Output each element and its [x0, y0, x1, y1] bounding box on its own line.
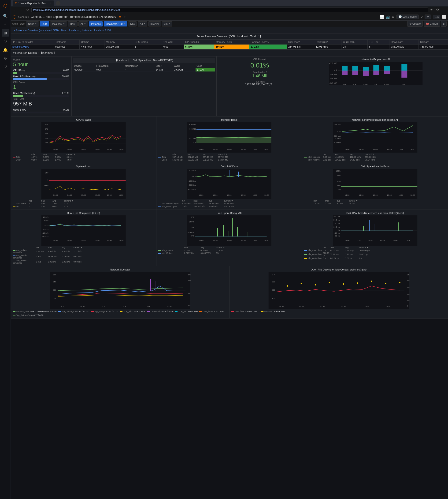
extensions-icon[interactable]: ⚙ [435, 8, 440, 12]
menu-button[interactable]: ≡ [441, 21, 447, 27]
time-io-title: Time Spent Doing I/Os [158, 212, 300, 215]
back-button[interactable]: ← [12, 8, 17, 12]
svg-text:0%: 0% [191, 235, 194, 237]
svg-point-188 [301, 283, 302, 284]
disk-rw-time-title: Disk R/W Time(Reference: less than 100ms… [304, 212, 446, 215]
time-io-chart: 2% 1.50% 1% 0.500% 0% 14:00 14:30 15:00 … [158, 216, 300, 246]
upload-cell: 786.00 kb/s [419, 45, 448, 49]
svg-text:6%: 6% [45, 128, 48, 130]
host-btn[interactable]: Host [68, 21, 78, 27]
col-tcp-tw: TCP_tw [368, 40, 389, 45]
svg-rect-11 [384, 66, 390, 70]
svg-text:16:00: 16:00 [364, 305, 369, 308]
refresh-display[interactable]: ↻ [425, 15, 431, 19]
dashboards-icon[interactable]: ⊞ [2, 29, 9, 36]
svg-text:15:30: 15:30 [387, 149, 392, 151]
github-button[interactable]: 🐙 GitHub [424, 21, 440, 27]
disk-iops-panel: Disk IOps Completed (IOPS) 10 io/s 5 io/… [11, 210, 157, 266]
new-dashboard-icon[interactable]: + [2, 21, 9, 28]
avail-cell: 19.2 GiB [173, 68, 196, 72]
svg-text:800: 800 [272, 289, 275, 291]
svg-text:16:00: 16:00 [107, 194, 112, 196]
menu-icon[interactable]: ⋮ [441, 8, 447, 12]
shield-icon[interactable]: 🛡 [2, 63, 9, 70]
svg-text:16:00: 16:00 [107, 240, 112, 242]
host-value-btn[interactable]: All▼ [79, 21, 88, 27]
svg-text:800: 800 [407, 280, 410, 282]
col-disk-read: Disk read* [287, 40, 314, 45]
disk-rw-legend: minmaxavgcurrent ▼ sda_Written bytes 5.7… [158, 200, 300, 208]
close-tab-icon[interactable]: ✕ [49, 2, 51, 5]
device-cell: /dev/root [73, 68, 96, 72]
zoom-out-icon[interactable]: ⊖ [421, 15, 423, 18]
svg-point-187 [287, 285, 288, 287]
network-bw-chart: 500 kb/s 0 b/s -500 kb/s -1 Mb/s -1.5 Mb… [304, 122, 446, 153]
svg-text:14:30: 14:30 [213, 149, 218, 151]
new-tab-icon[interactable]: + [56, 1, 60, 6]
uptime-value: 5 hour [13, 61, 69, 67]
screen-icon[interactable]: ⬜ [442, 15, 446, 19]
disk-write-cell: 12.91 kB/s [314, 45, 341, 49]
job-value-btn[interactable]: localhost▼ [50, 21, 67, 27]
interval-display[interactable]: 15s [433, 15, 440, 19]
resource-details-row: Uptime 5 hour CPU Busy 6.4% Used RAM Mem… [11, 56, 448, 116]
curr-estab-cell: 28 [341, 45, 368, 49]
svg-text:14:00: 14:00 [345, 149, 350, 151]
cpu-cores-cell: 1 [133, 45, 162, 49]
instance-btn[interactable]: Instance [89, 21, 103, 27]
svg-point-191 [343, 283, 344, 285]
cpu-cores-label: CPU Cores [13, 81, 69, 84]
tv-mode-icon[interactable]: 📺 [386, 15, 390, 19]
svg-text:15:00: 15:00 [373, 194, 378, 196]
share-icon[interactable]: ⇧ [124, 15, 126, 18]
bookmark-icon[interactable]: ★ [429, 8, 434, 12]
config-icon[interactable]: ⚙ [2, 54, 9, 62]
ip-link[interactable]: localhost:9100 [12, 45, 29, 48]
address-input[interactable] [31, 7, 428, 12]
charts-row-2: System Load 1.50 1 0.500 14:00 14:30 15:… [11, 163, 448, 210]
browser-tab[interactable]: ⬡ 1 Node Exporter for Pro... ✕ [13, 0, 54, 6]
col-device: Device [73, 64, 96, 68]
svg-text:14:30: 14:30 [80, 305, 85, 308]
origin-prom-btn[interactable]: None▼ [26, 21, 39, 27]
interval-value-btn[interactable]: 2m▼ [162, 21, 172, 27]
svg-text:5 io/s: 5 io/s [44, 220, 48, 222]
settings-icon[interactable]: ⚙ [392, 15, 395, 19]
nic-value-btn[interactable]: All▼ [138, 21, 147, 27]
star-icon[interactable]: ★ [119, 15, 121, 18]
disk-rw-time-chart: 40.0 ms 30.0 ms 20 ms 10.0 ms 0 s -10 ms… [304, 216, 446, 246]
forward-button[interactable]: → [19, 8, 24, 12]
internet-traffic-title: Internet traffic per hour All [305, 58, 447, 61]
svg-text:-100 kb/s: -100 kb/s [188, 180, 196, 182]
job-btn[interactable]: JOB [40, 21, 49, 27]
svg-text:16:00: 16:00 [399, 194, 403, 196]
svg-text:16:30: 16:30 [119, 240, 124, 242]
svg-text:14:00: 14:00 [53, 194, 58, 196]
svg-text:16:00: 16:00 [399, 149, 403, 151]
explore-icon[interactable]: ⏱ [2, 37, 9, 45]
svg-text:14:30: 14:30 [213, 194, 218, 196]
alerting-icon[interactable]: 🔔 [2, 46, 9, 53]
svg-text:14:30: 14:30 [352, 83, 357, 85]
svg-text:15:00: 15:00 [101, 305, 106, 308]
svg-text:155: 155 [188, 280, 191, 282]
svg-text:200: 200 [407, 299, 410, 302]
col-mounted: Mounted on [124, 64, 155, 68]
col-download: Download* [389, 40, 419, 45]
refresh-button[interactable]: ↺ [25, 8, 30, 12]
time-range-display[interactable]: 🕐 Last 3 hours [397, 15, 419, 19]
svg-text:15:30: 15:30 [241, 149, 246, 151]
update-button[interactable]: ⚙ Update [407, 21, 423, 27]
svg-text:15:00: 15:00 [227, 194, 232, 196]
left-stats-panel: Uptime 5 hour CPU Busy 6.4% Used RAM Mem… [11, 56, 72, 116]
svg-text:16:00: 16:00 [384, 83, 389, 85]
nic-btn[interactable]: NIC [128, 21, 137, 27]
resource-details-header: ▾ Resource Details：【localhost】 [11, 49, 448, 56]
grafana-logo-icon[interactable]: ⬡ [2, 2, 9, 9]
interval-btn[interactable]: Interval [148, 21, 161, 27]
svg-text:15:30: 15:30 [341, 305, 346, 308]
chart-icon[interactable]: 📊 [380, 15, 384, 19]
search-icon[interactable]: 🔍 [2, 12, 9, 20]
network-bw-panel: Network bandwidth usage per second All 5… [302, 116, 448, 163]
instance-value-btn[interactable]: localhost:9100▼ [104, 21, 127, 27]
